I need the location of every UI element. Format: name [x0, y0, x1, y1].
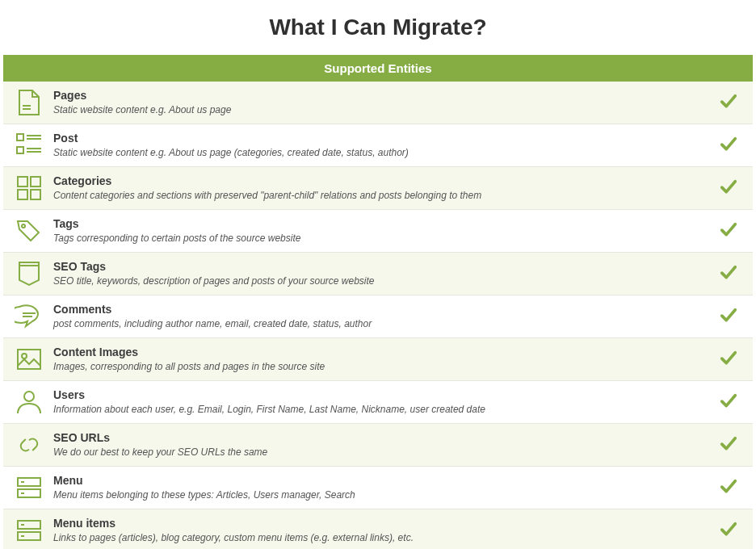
- check-icon: [714, 265, 743, 283]
- entity-desc: We do our best to keep your SEO URLs the…: [53, 446, 709, 459]
- check-icon: [714, 479, 743, 497]
- categories-icon: [10, 174, 48, 203]
- entity-row-categories: Categories Content categories and sectio…: [3, 167, 753, 210]
- entity-desc: Links to pages (articles), blog category…: [53, 532, 709, 544]
- entity-row-comments: Comments post comments, including author…: [3, 295, 753, 338]
- check-icon: [714, 222, 743, 240]
- entity-row-users: Users Information about each user, e.g. …: [3, 381, 753, 424]
- seo-urls-icon: [10, 430, 48, 459]
- users-icon: [10, 388, 48, 417]
- entity-row-menu: Menu Menu items belonging to these types…: [3, 467, 753, 509]
- comments-icon: [10, 302, 48, 331]
- entity-title: Categories: [53, 174, 709, 189]
- entity-desc: Static website content e.g. About us pag…: [53, 147, 709, 159]
- entity-row-seo-urls: SEO URLs We do our best to keep your SEO…: [3, 424, 753, 467]
- menu-icon: [10, 473, 48, 502]
- check-icon: [714, 393, 743, 411]
- entity-title: Pages: [53, 89, 709, 103]
- entity-title: Users: [53, 388, 709, 403]
- entities-table: Supported Entities Pages Static website …: [3, 55, 753, 549]
- entity-desc: Content categories and sections with pre…: [53, 190, 709, 202]
- entity-title: Post: [53, 132, 709, 146]
- entity-desc: Static website content e.g. About us pag…: [53, 104, 709, 116]
- entity-title: SEO Tags: [53, 260, 709, 274]
- entity-title: Menu: [53, 474, 709, 488]
- entity-title: SEO URLs: [53, 431, 709, 446]
- entity-row-pages: Pages Static website content e.g. About …: [3, 82, 753, 124]
- entity-title: Menu items: [53, 517, 709, 531]
- entity-desc: Information about each user, e.g. Email,…: [53, 404, 709, 416]
- entity-desc: post comments, including author name, em…: [53, 318, 709, 330]
- pages-icon: [10, 88, 48, 117]
- post-icon: [10, 131, 48, 160]
- entity-desc: Menu items belonging to these types: Art…: [53, 489, 709, 501]
- entity-desc: Tags corresponding to certain posts of t…: [53, 233, 709, 245]
- entity-title: Tags: [53, 217, 709, 232]
- check-icon: [714, 522, 743, 539]
- check-icon: [714, 94, 743, 111]
- table-header: Supported Entities: [3, 55, 753, 82]
- entity-row-post: Post Static website content e.g. About u…: [3, 124, 753, 167]
- images-icon: [10, 345, 48, 374]
- entity-row-tags: Tags Tags corresponding to certain posts…: [3, 210, 753, 253]
- entity-desc: SEO title, keywords, description of page…: [53, 275, 709, 287]
- check-icon: [714, 179, 743, 197]
- entity-row-content-images: Content Images Images, corresponding to …: [3, 338, 753, 381]
- entity-row-menu-items: Menu items Links to pages (articles), bl…: [3, 509, 753, 549]
- entity-row-seo-tags: SEO Tags SEO title, keywords, descriptio…: [3, 253, 753, 295]
- menu-items-icon: [10, 516, 48, 545]
- entity-title: Comments: [53, 303, 709, 317]
- seo-tags-icon: [10, 259, 48, 288]
- page-title: What I Can Migrate?: [0, 15, 756, 40]
- check-icon: [714, 436, 743, 454]
- entity-title: Content Images: [53, 346, 709, 360]
- check-icon: [714, 136, 743, 154]
- tags-icon: [10, 216, 48, 245]
- check-icon: [714, 350, 743, 368]
- entity-desc: Images, corresponding to all posts and p…: [53, 361, 709, 373]
- check-icon: [714, 308, 743, 325]
